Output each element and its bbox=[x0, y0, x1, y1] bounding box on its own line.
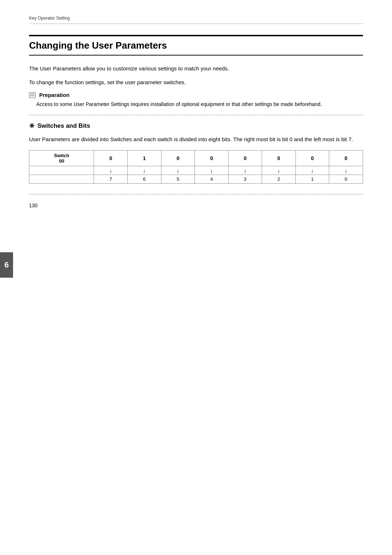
bit-value-6: 1 bbox=[127, 151, 161, 166]
switches-section: ✳ Switches and Bits User Parameters are … bbox=[29, 122, 363, 184]
arrow-7: ↓ bbox=[94, 166, 128, 175]
chapter-number: 6 bbox=[0, 252, 13, 278]
preparation-section: Preparation Access to some User Paramete… bbox=[29, 92, 363, 108]
breadcrumb: Key Operator Setting bbox=[29, 15, 363, 24]
bit-num-6: 6 bbox=[127, 175, 161, 184]
switch-header-label: Switch 00 bbox=[29, 151, 94, 166]
breadcrumb-text: Key Operator Setting bbox=[29, 16, 70, 21]
arrow-0: ↓ bbox=[329, 166, 363, 175]
switches-heading: ✳ Switches and Bits bbox=[29, 122, 363, 130]
table-header-row: Switch 00 0 1 0 0 0 0 0 0 bbox=[29, 151, 363, 166]
bit-num-2: 2 bbox=[262, 175, 296, 184]
bit-value-4: 0 bbox=[195, 151, 229, 166]
bit-num-0: 0 bbox=[329, 175, 363, 184]
bit-value-7: 0 bbox=[94, 151, 128, 166]
bit-num-3: 3 bbox=[228, 175, 262, 184]
bit-num-7: 7 bbox=[94, 175, 128, 184]
arrow-1: ↓ bbox=[295, 166, 329, 175]
preparation-heading-text: Preparation bbox=[39, 92, 69, 98]
bit-value-5: 0 bbox=[161, 151, 195, 166]
page-title-bar: Changing the User Parameters bbox=[29, 35, 363, 56]
bit-value-2: 0 bbox=[262, 151, 296, 166]
switch-table: Switch 00 0 1 0 0 0 0 0 0 ↓ ↓ bbox=[29, 150, 363, 184]
preparation-icon bbox=[29, 92, 36, 98]
arrow-3: ↓ bbox=[228, 166, 262, 175]
bit-num-4: 4 bbox=[195, 175, 229, 184]
bit-value-0: 0 bbox=[329, 151, 363, 166]
switches-body: User Parameters are divided into Switche… bbox=[29, 135, 363, 144]
dotted-divider-1 bbox=[29, 115, 363, 115]
intro-paragraph-1: The User Parameters allow you to customi… bbox=[29, 64, 363, 73]
bit-number-label bbox=[29, 175, 94, 184]
sun-icon: ✳ bbox=[29, 122, 34, 130]
arrow-4: ↓ bbox=[195, 166, 229, 175]
bit-num-5: 5 bbox=[161, 175, 195, 184]
page-title: Changing the User Parameters bbox=[29, 40, 363, 51]
arrow-row: ↓ ↓ ↓ ↓ ↓ ↓ ↓ ↓ bbox=[29, 166, 363, 175]
arrow-6: ↓ bbox=[127, 166, 161, 175]
page-number: 130 bbox=[29, 203, 37, 208]
bit-num-1: 1 bbox=[295, 175, 329, 184]
arrow-5: ↓ bbox=[161, 166, 195, 175]
preparation-body: Access to some User Parameter Settings r… bbox=[29, 100, 363, 108]
dotted-divider-2 bbox=[29, 194, 363, 195]
bit-value-1: 0 bbox=[295, 151, 329, 166]
switches-heading-text: Switches and Bits bbox=[37, 122, 90, 130]
preparation-heading: Preparation bbox=[29, 92, 363, 98]
bit-number-row: 7 6 5 4 3 2 1 0 bbox=[29, 175, 363, 184]
intro-paragraph-2: To change the function settings, set the… bbox=[29, 78, 363, 87]
arrow-row-label bbox=[29, 166, 94, 175]
bit-value-3: 0 bbox=[228, 151, 262, 166]
arrow-2: ↓ bbox=[262, 166, 296, 175]
